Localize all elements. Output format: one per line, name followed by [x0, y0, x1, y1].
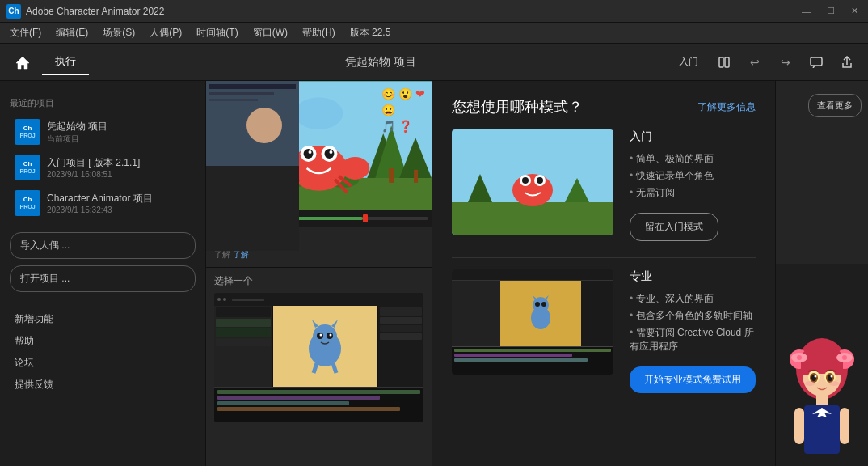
entry-mode-features: 简单、极简的界面 快速记录单个角色 无需订阅	[630, 150, 756, 201]
entry-mode-section: 入门 简单、极简的界面 快速记录单个角色 无需订阅 留在入门模式	[452, 129, 756, 241]
svg-point-88	[797, 355, 802, 360]
chat-button[interactable]	[805, 51, 828, 74]
entry-feature-2: 快速记录单个角色	[630, 167, 756, 184]
learn-more-link[interactable]: 了解更多信息	[697, 100, 756, 114]
svg-line-40	[333, 363, 336, 373]
project-name-2: Character Animator 项目	[47, 192, 191, 205]
entry-mode-screenshot	[452, 129, 613, 235]
menu-version[interactable]: 版本 22.5	[343, 23, 398, 42]
menu-timeline[interactable]: 时间轴(T)	[190, 23, 244, 42]
entry-feature-3: 无需订阅	[630, 184, 756, 201]
svg-point-48	[522, 177, 529, 184]
menu-help[interactable]: 帮助(H)	[296, 23, 342, 42]
project-item-0[interactable]: ChPROJ 凭起始物 项目 当前项目	[10, 116, 196, 148]
recent-projects-label: 最近的项目	[10, 97, 196, 109]
project-name-0: 凭起始物 项目	[47, 120, 191, 133]
svg-point-37	[330, 333, 332, 336]
svg-point-25	[340, 157, 369, 180]
menu-file[interactable]: 文件(F)	[3, 23, 48, 42]
divider-1	[10, 222, 196, 232]
svg-marker-51	[533, 295, 537, 300]
svg-rect-3	[811, 57, 822, 66]
menu-window[interactable]: 窗口(W)	[246, 23, 294, 42]
svg-point-82	[805, 381, 815, 386]
minimize-button[interactable]: —	[798, 5, 814, 18]
mode-selection-panel: 您想使用哪种模式？ 了解更多信息	[432, 81, 775, 466]
mode-header: 您想使用哪种模式？ 了解更多信息	[452, 97, 756, 116]
project-meta-0: 当前项目	[47, 133, 191, 145]
mode-divider	[452, 257, 756, 258]
svg-rect-1	[719, 57, 723, 67]
entry-mode-title: 入门	[630, 129, 756, 144]
app-title: Adobe Character Animator 2022	[26, 6, 798, 17]
import-puppet-button[interactable]: 导入人偶 ...	[10, 232, 196, 259]
select-label-section: 选择一个	[206, 268, 432, 429]
entry-mode-label[interactable]: 入门	[672, 52, 705, 72]
see-more-button[interactable]: 查看更多	[808, 94, 862, 117]
project-info-2: Character Animator 项目 2023/9/1 15:32:43	[47, 192, 191, 214]
menubar: 文件(F) 编辑(E) 场景(S) 人偶(P) 时间轴(T) 窗口(W) 帮助(…	[0, 23, 868, 44]
svg-point-38	[312, 349, 338, 365]
feedback-link[interactable]: 提供反馈	[10, 374, 196, 396]
project-item-1[interactable]: ChPROJ 入门项目 [ 版本 2.1.1] 2023/9/1 16:08:5…	[10, 151, 196, 184]
menu-edit[interactable]: 编辑(E)	[49, 23, 95, 42]
svg-rect-42	[452, 202, 613, 235]
svg-marker-52	[544, 295, 549, 300]
window-controls: — ☐ ✕	[798, 4, 862, 18]
svg-rect-2	[725, 57, 729, 67]
start-pro-trial-button[interactable]: 开始专业模式免费试用	[630, 366, 756, 393]
toolbar: 执行 凭起始物 项目 入门 ↩ ↪	[0, 44, 868, 81]
panel-toggle-button[interactable]	[713, 51, 735, 74]
open-project-button[interactable]: 打开项目 ...	[10, 265, 196, 292]
project-meta-2: 2023/9/1 15:32:43	[47, 205, 191, 214]
pro-mode-section: 专业 专业、深入的界面 包含多个角色的多轨时间轴 需要订阅 Creative C…	[452, 269, 756, 393]
redo-button[interactable]: ↪	[774, 51, 797, 74]
project-info-1: 入门项目 [ 版本 2.1.1] 2023/9/1 16:08:51	[47, 156, 191, 179]
maximize-button[interactable]: ☐	[824, 4, 838, 18]
help-link[interactable]: 帮助	[10, 330, 196, 352]
share-button[interactable]	[836, 51, 858, 74]
mode-title: 您想使用哪种模式？	[452, 97, 583, 116]
home-button[interactable]	[10, 49, 36, 75]
project-icon-0: ChPROJ	[15, 119, 40, 145]
svg-point-23	[329, 150, 332, 154]
sidebar: 最近的项目 ChPROJ 凭起始物 项目 当前项目 ChPROJ 入门项目 [ …	[0, 81, 206, 466]
tab-execute[interactable]: 执行	[42, 49, 89, 75]
divider-2	[10, 299, 196, 308]
menu-puppet[interactable]: 人偶(P)	[143, 23, 188, 42]
project-info-0: 凭起始物 项目 当前项目	[47, 120, 191, 145]
svg-point-83	[829, 381, 839, 386]
svg-point-55	[541, 302, 546, 307]
svg-line-39	[314, 363, 317, 373]
close-button[interactable]: ✕	[848, 4, 862, 18]
svg-point-22	[309, 150, 312, 154]
select-label: 选择一个	[214, 274, 423, 288]
project-meta-1: 2023/9/1 16:08:51	[47, 170, 191, 179]
svg-point-81	[831, 375, 833, 378]
svg-rect-13	[414, 170, 418, 183]
svg-point-80	[815, 375, 817, 378]
menu-scene[interactable]: 场景(S)	[96, 23, 141, 42]
svg-marker-32	[312, 320, 318, 328]
app-icon: Ch	[6, 4, 21, 19]
new-features-link[interactable]: 新增功能	[10, 308, 196, 330]
stay-entry-mode-button[interactable]: 留在入门模式	[630, 213, 718, 241]
svg-point-20	[304, 149, 314, 159]
undo-button[interactable]: ↩	[744, 51, 766, 74]
project-item-2[interactable]: ChPROJ Character Animator 项目 2023/9/1 15…	[10, 187, 196, 219]
toolbar-actions: 入门 ↩ ↪	[672, 51, 858, 74]
learn-link[interactable]: 了解 了解	[214, 249, 423, 261]
anime-character-preview	[776, 264, 868, 466]
right-preview-top: 查看更多	[776, 81, 868, 264]
pro-interface-preview	[214, 293, 423, 422]
forum-link[interactable]: 论坛	[10, 352, 196, 374]
titlebar: Ch Adobe Character Animator 2022 — ☐ ✕	[0, 0, 868, 23]
entry-mode-desc: 入门 简单、极简的界面 快速记录单个角色 无需订阅 留在入门模式	[630, 129, 756, 241]
svg-marker-33	[331, 320, 338, 328]
svg-point-21	[324, 149, 334, 159]
pro-feature-1: 专业、深入的界面	[630, 290, 756, 307]
svg-point-31	[313, 324, 337, 349]
svg-point-16	[295, 97, 343, 129]
pro-mode-features: 专业、深入的界面 包含多个角色的多轨时间轴 需要订阅 Creative Clou…	[630, 290, 756, 355]
project-icon-1: ChPROJ	[15, 155, 40, 180]
